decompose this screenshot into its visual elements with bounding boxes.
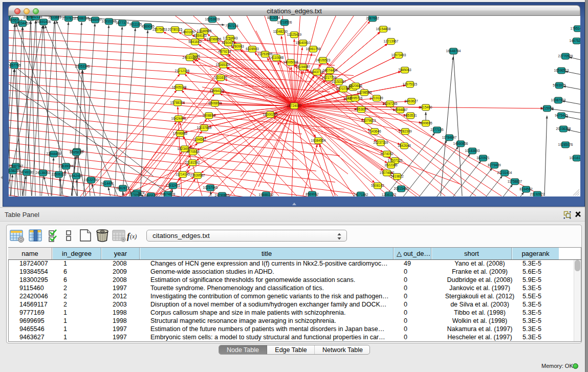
svg-text:16154808: 16154808 — [376, 27, 391, 31]
svg-text:24290883: 24290883 — [215, 193, 230, 196]
svg-text:24033160: 24033160 — [183, 56, 198, 59]
svg-text:23687347: 23687347 — [9, 164, 24, 168]
svg-text:20036388: 20036388 — [556, 127, 571, 130]
svg-text:5419822: 5419822 — [390, 174, 404, 178]
svg-text:3420921: 3420921 — [476, 156, 490, 160]
svg-text:21212166: 21212166 — [175, 69, 190, 73]
svg-text:6682877: 6682877 — [116, 186, 129, 190]
svg-text:19285076: 19285076 — [558, 143, 573, 146]
svg-text:14601657: 14601657 — [181, 30, 196, 34]
svg-text:(x): (x) — [130, 233, 137, 240]
svg-text:4879214: 4879214 — [218, 50, 231, 53]
svg-text:15365337: 15365337 — [216, 63, 231, 67]
svg-text:4770554: 4770554 — [186, 150, 200, 154]
svg-text:20815450: 20815450 — [394, 187, 409, 190]
svg-text:15575853: 15575853 — [153, 28, 167, 31]
svg-text:8279409: 8279409 — [488, 163, 501, 167]
svg-text:20231404: 20231404 — [497, 171, 512, 174]
svg-text:11784847: 11784847 — [442, 136, 457, 139]
svg-text:3076966: 3076966 — [128, 193, 142, 196]
svg-text:13346585: 13346585 — [197, 29, 212, 33]
svg-text:22674828: 22674828 — [161, 192, 176, 196]
svg-text:18995716: 18995716 — [348, 96, 363, 100]
svg-text:19888132: 19888132 — [259, 193, 274, 196]
svg-text:9414491: 9414491 — [101, 182, 114, 185]
svg-text:24136053: 24136053 — [36, 171, 51, 174]
svg-text:10037869: 10037869 — [197, 126, 212, 129]
svg-text:14660856: 14660856 — [453, 142, 468, 145]
svg-text:8846997: 8846997 — [89, 18, 102, 21]
svg-text:3143646: 3143646 — [368, 129, 381, 133]
svg-text:24026523: 24026523 — [316, 58, 331, 62]
svg-text:16648784: 16648784 — [446, 49, 461, 53]
svg-text:18296865: 18296865 — [207, 37, 222, 41]
svg-text:12213967: 12213967 — [384, 39, 399, 43]
svg-text:10183893: 10183893 — [465, 149, 480, 152]
svg-text:11758837: 11758837 — [508, 180, 522, 183]
svg-text:23388315: 23388315 — [75, 16, 90, 20]
svg-text:2277105: 2277105 — [430, 128, 444, 132]
svg-text:5841643: 5841643 — [188, 40, 202, 43]
svg-text:6506893: 6506893 — [208, 101, 222, 105]
svg-text:6942460: 6942460 — [70, 174, 83, 178]
svg-text:8215958: 8215958 — [540, 106, 554, 110]
svg-text:17951421: 17951421 — [571, 27, 580, 30]
svg-text:8813054: 8813054 — [267, 16, 280, 19]
svg-text:5043718: 5043718 — [310, 70, 323, 74]
svg-text:19074652: 19074652 — [380, 171, 395, 174]
svg-text:18300295: 18300295 — [263, 113, 278, 116]
svg-text:9463627: 9463627 — [405, 99, 418, 103]
svg-text:20780115: 20780115 — [168, 28, 183, 31]
svg-text:2737611: 2737611 — [62, 16, 75, 20]
svg-text:20237339: 20237339 — [374, 141, 388, 144]
svg-text:13334457: 13334457 — [15, 21, 30, 25]
svg-text:3533883: 3533883 — [48, 16, 61, 19]
svg-text:4074052: 4074052 — [380, 152, 394, 156]
svg-text:7194562: 7194562 — [193, 138, 206, 141]
svg-text:17759643: 17759643 — [223, 36, 238, 40]
svg-text:6620686: 6620686 — [349, 84, 362, 87]
svg-text:11325419: 11325419 — [287, 33, 302, 36]
svg-text:21639044: 21639044 — [59, 164, 74, 168]
svg-text:3842648: 3842648 — [398, 144, 411, 147]
svg-text:3331636: 3331636 — [214, 76, 227, 79]
svg-text:9011165: 9011165 — [129, 23, 142, 26]
svg-text:2087682: 2087682 — [366, 16, 379, 20]
svg-text:1219189: 1219189 — [370, 96, 383, 100]
svg-text:23192872: 23192872 — [530, 192, 545, 196]
svg-text:19217734: 19217734 — [322, 76, 337, 79]
svg-text:8569062: 8569062 — [306, 192, 319, 196]
svg-text:24074404: 24074404 — [323, 69, 338, 72]
svg-text:14005018: 14005018 — [284, 60, 298, 64]
svg-text:17507133: 17507133 — [388, 159, 403, 162]
svg-text:10158289: 10158289 — [9, 169, 20, 172]
svg-text:14475203: 14475203 — [570, 39, 580, 42]
svg-text:10973493: 10973493 — [391, 53, 406, 57]
svg-text:3522386: 3522386 — [384, 163, 398, 167]
svg-text:16424441: 16424441 — [171, 117, 186, 120]
svg-text:16961758: 16961758 — [306, 47, 321, 51]
svg-text:8559183: 8559183 — [193, 34, 207, 37]
svg-text:16053809: 16053809 — [205, 17, 220, 21]
svg-text:17996882: 17996882 — [173, 132, 188, 135]
svg-text:3595870: 3595870 — [70, 150, 83, 154]
svg-text:7357224: 7357224 — [225, 24, 238, 28]
svg-text:8334562: 8334562 — [519, 187, 533, 191]
svg-text:22506335: 22506335 — [52, 172, 67, 176]
svg-text:21194697: 21194697 — [296, 65, 311, 69]
svg-text:15640910: 15640910 — [296, 41, 311, 45]
svg-text:10257945: 10257945 — [203, 186, 218, 189]
svg-text:22639587: 22639587 — [190, 173, 205, 177]
svg-text:10087903: 10087903 — [551, 98, 566, 102]
svg-text:22181592: 22181592 — [185, 161, 200, 164]
svg-text:18724007: 18724007 — [287, 104, 302, 107]
svg-text:4250413: 4250413 — [222, 41, 235, 45]
svg-text:5508102: 5508102 — [371, 184, 384, 187]
svg-text:9699695: 9699695 — [419, 121, 432, 125]
svg-text:20691406: 20691406 — [36, 20, 51, 24]
svg-text:15788301: 15788301 — [170, 101, 185, 104]
svg-text:12081122: 12081122 — [382, 193, 397, 196]
svg-text:2780963: 2780963 — [231, 45, 244, 48]
svg-text:6657765: 6657765 — [9, 63, 21, 67]
svg-text:1308894: 1308894 — [202, 114, 215, 117]
